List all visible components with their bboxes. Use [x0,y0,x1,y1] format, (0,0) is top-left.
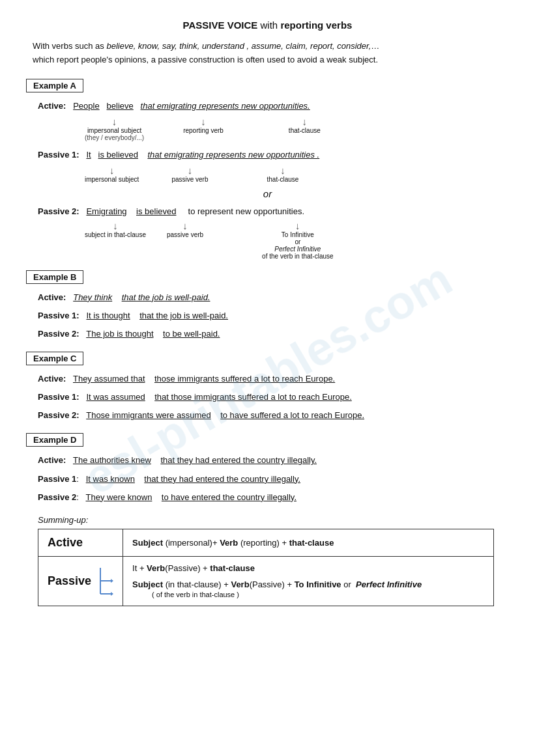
passive1-label-b: Passive 1: [38,311,80,320]
intro-line1-italic: believe, know, say, think, understand , … [106,41,371,51]
passive1-it-a: It [86,150,91,160]
example-c-passive2-line: Passive 2: Those immigrants were assumed… [26,408,509,423]
active-text-c: They assumed that [73,374,145,384]
passive1-label-c: Passive 1: [38,392,80,402]
example-d-label: Example D [26,433,83,447]
passive2-label-d: Passive 2 [38,492,76,502]
example-c-label: Example C [26,352,83,365]
example-d-passive2-line: Passive 2: They were known to have enter… [26,490,509,505]
example-b-passive1-line: Passive 1: It is thought that the job is… [26,309,509,323]
page-title: PASSIVE VOICE with reporting verbs [26,20,509,31]
active-subject-a: People [73,101,99,111]
example-a-passive1-line: Passive 1: It is believed that emigratin… [26,148,509,162]
diag-clause: ↓ that-clause [289,116,321,141]
p1-it-label: impersonal subject [85,176,139,183]
example-c-passive1-line: Passive 1: It was assumed that those imm… [26,390,509,404]
passive2-subject-a: Emigrating [86,206,126,216]
subject-label-a: impersonal subject [87,127,141,134]
passive2-subj-d: They were known [86,492,152,502]
active-arrows-row: ↓ impersonal subject (they / everybody/.… [26,116,509,141]
passive1-it-d: It was known [86,474,135,484]
summary-passive-content: It + Verb(Passive) + that-clause Subject… [123,556,494,606]
passive2-verb-a: is believed [136,206,176,216]
subject-sublabel-a: (they / everybody/...) [85,134,144,141]
active-label-c: Active: [38,374,66,384]
passive-row2-inf: To Infinitive [295,580,341,589]
summary-table: Active Subject (impersonal)+ Verb (repor… [38,529,494,606]
title-bold: reporting verbs [280,20,352,31]
active-clause: that-clause [289,538,334,548]
diag-p2-subj: ↓ subject in that-clause [85,220,146,260]
example-b-passive2-line: Passive 2: The job is thought to be well… [26,327,509,341]
diag-p1-verb: ↓ passive verb [171,165,208,183]
verb-label-a: reporting verb [183,127,224,134]
summary-active-row: Active Subject (impersonal)+ Verb (repor… [38,529,494,556]
active-label-d: Active: [38,455,66,465]
diag-subject: ↓ impersonal subject (they / everybody/.… [85,116,144,141]
summary-active-label: Active [38,529,123,556]
active-text-d: The authorities knew [73,455,151,465]
svg-marker-5 [111,592,113,596]
example-c-active-line: Active: They assumed that those immigran… [26,372,509,386]
diag-p2-inf: ↓ To Infinitive or Perfect Infinitive of… [262,220,334,260]
passive2-inf-c: to have suffered a lot to reach Europe. [220,410,364,420]
passive1-label-d: Passive 1 [38,474,76,484]
passive-cell-inner: Passive [48,565,113,597]
passive1-it-b: It is thought [86,311,130,320]
intro-line1-pre: With verbs such as [33,41,106,51]
active-content-parens: (impersonal)+ [166,538,218,548]
passive-row1-clause: that-clause [210,563,255,573]
example-b-section: Example B Active: They think that the jo… [26,270,509,341]
passive1-arrows-row: ↓ impersonal subject ↓ passive verb ↓ th… [26,165,509,183]
diag-p1-clause: ↓ that-clause [267,165,299,183]
example-a-active-line: Active: People believe that emigrating r… [26,99,509,113]
passive1-clause-d: that they had entered the country illega… [144,474,300,484]
intro-line2: which report people's opinions, a passiv… [33,55,378,64]
p2-inf-label1: To Infinitive [282,231,314,238]
passive-row1-verb: Verb [147,563,165,573]
active-text-b: They think [73,292,112,302]
passive1-clause-c: that those immigrants suffered a lot to … [154,392,352,402]
passive2-inf-b: to be well-paid. [163,329,220,339]
title-main: PASSIVE VOICE [183,20,258,31]
example-d-section: Example D Active: The authorities knew t… [26,433,509,504]
active-verb2: (reporting) + [240,538,287,548]
passive-row2-verb2: (Passive) + [250,580,295,589]
passive-row2-or: or [341,580,354,589]
svg-marker-4 [111,579,113,583]
active-verb: Verb [220,538,238,548]
passive-row2-subject: Subject [132,580,163,589]
p2-subj-label: subject in that-clause [85,231,146,238]
active-clause-d: that they had entered the country illega… [160,455,317,465]
example-a-section: Example A Active: People believe that em… [26,79,509,260]
p2-inf-label2: Perfect Infinitive [274,245,321,253]
example-b-label: Example B [26,270,83,284]
p2-verb-label: passive verb [167,231,203,238]
intro-line1-post: … [371,41,379,51]
active-clause-a: that emigrating represents new opportuni… [141,101,310,111]
passive-row1-verb2: (Passive) + [165,563,210,573]
arrow-clause: ↓ [302,116,308,127]
passive2-label-b: Passive 2: [38,329,80,339]
diag-verb: ↓ reporting verb [183,116,224,141]
p1-verb-label: passive verb [171,176,208,183]
arrow-subject: ↓ [112,116,117,127]
example-a-passive2-line: Passive 2: Emigrating is believed to rep… [26,204,509,219]
passive-row2-note: ( of the verb in that-clause ) [132,591,239,598]
active-verb-a: believe [107,101,134,111]
passive1-it-c: It was assumed [86,392,145,402]
passive1-verb-a: is believed [98,150,138,160]
passive1-label-a: Passive 1: [38,150,80,160]
p2-inf-suffix: of the verb in that-clause [262,253,334,260]
passive1-clause-b: that the job is well-paid. [139,311,228,320]
passive2-label-a: Passive 2: [38,206,80,216]
passive2-subj-c: Those immigrants were assumed [86,410,210,420]
passive-row2-sub2: (in that-clause) + [163,580,231,589]
passive2-inf-d: to have entered the country illegally. [162,492,296,502]
p2-inf-or: or [295,238,300,245]
title-sub: with [261,20,281,31]
arrow-verb: ↓ [201,116,206,127]
passive2-arrows-row: ↓ subject in that-clause ↓ passive verb … [26,220,509,260]
passive2-label-c: Passive 2: [38,410,80,420]
passive-row2-perf: Perfect Infinitive [356,580,422,589]
